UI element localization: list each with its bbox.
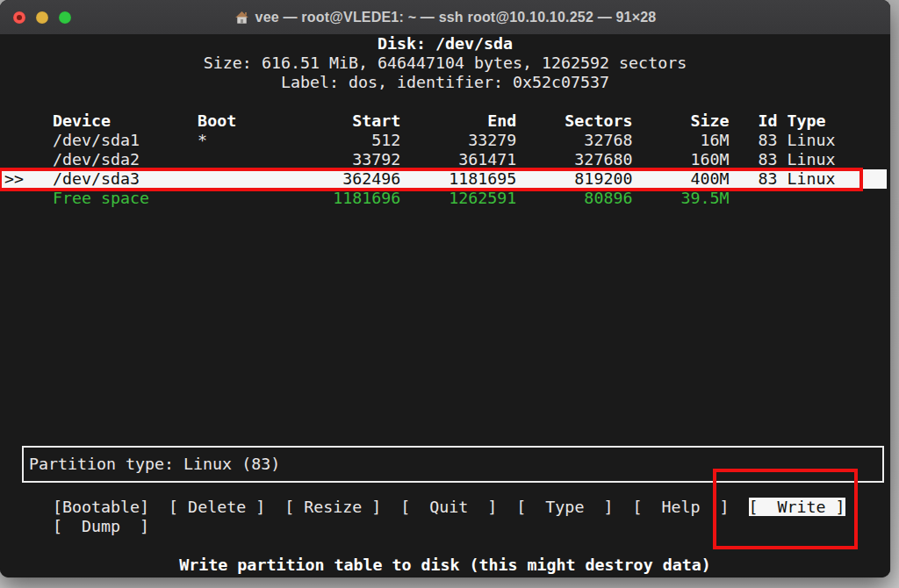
- menu-item-quit[interactable]: [ Quit ]: [400, 498, 497, 516]
- menu-item-type[interactable]: [ Type ]: [516, 498, 613, 516]
- table-header-row: Device Boot Start End Sectors Size Id Ty…: [0, 111, 890, 131]
- partition-row-sda1[interactable]: /dev/sda1 * 512 33279 32768 16M 83 Linux: [0, 131, 890, 150]
- close-button[interactable]: [13, 11, 25, 24]
- desktop: { "window": { "title": "vee — root@VLEDE…: [0, 0, 899, 588]
- status-line: Write partition table to disk (this migh…: [0, 556, 890, 575]
- disk-size-line: Size: 616.51 MiB, 646447104 bytes, 12625…: [0, 54, 890, 73]
- terminal-screen: Disk: /dev/sda Size: 616.51 MiB, 6464471…: [0, 34, 890, 577]
- titlebar: vee — root@VLEDE1: ~ — ssh root@10.10.10…: [0, 0, 890, 35]
- partition-row-free-space[interactable]: Free space 1181696 1262591 80896 39.5M: [0, 189, 890, 208]
- menu-row-1: [Bootable] [ Delete ] [ Resize ] [ Quit …: [0, 498, 890, 517]
- menu-row-2: [ Dump ]: [0, 517, 890, 536]
- partition-type-box: Partition type: Linux (83): [22, 446, 884, 483]
- menu-item-resize[interactable]: [ Resize ]: [284, 498, 381, 516]
- menu-item-bootable[interactable]: [Bootable]: [53, 498, 149, 516]
- partition-type-label: Partition type: Linux (83): [24, 448, 882, 480]
- menu-item-delete[interactable]: [ Delete ]: [169, 498, 265, 516]
- zoom-button[interactable]: [59, 11, 71, 24]
- traffic-lights: [0, 11, 71, 24]
- menu-item-help[interactable]: [ Help ]: [632, 498, 729, 516]
- home-folder-icon: [234, 11, 249, 25]
- window-title: vee — root@VLEDE1: ~ — ssh root@10.10.10…: [255, 10, 657, 25]
- disk-title: Disk: /dev/sda: [0, 34, 890, 54]
- minimize-button[interactable]: [36, 11, 48, 24]
- partition-row-sda2[interactable]: /dev/sda2 33792 361471 327680 160M 83 Li…: [0, 150, 890, 169]
- partition-row-sda3-selected[interactable]: >> /dev/sda3 362496 1181695 819200 400M …: [0, 169, 887, 189]
- terminal-window: vee — root@VLEDE1: ~ — ssh root@10.10.10…: [0, 0, 890, 577]
- menu-item-dump[interactable]: [ Dump ]: [53, 517, 149, 535]
- menu-item-write[interactable]: [ Write ]: [749, 498, 845, 516]
- disk-label-line: Label: dos, identifier: 0x52c07537: [0, 73, 890, 92]
